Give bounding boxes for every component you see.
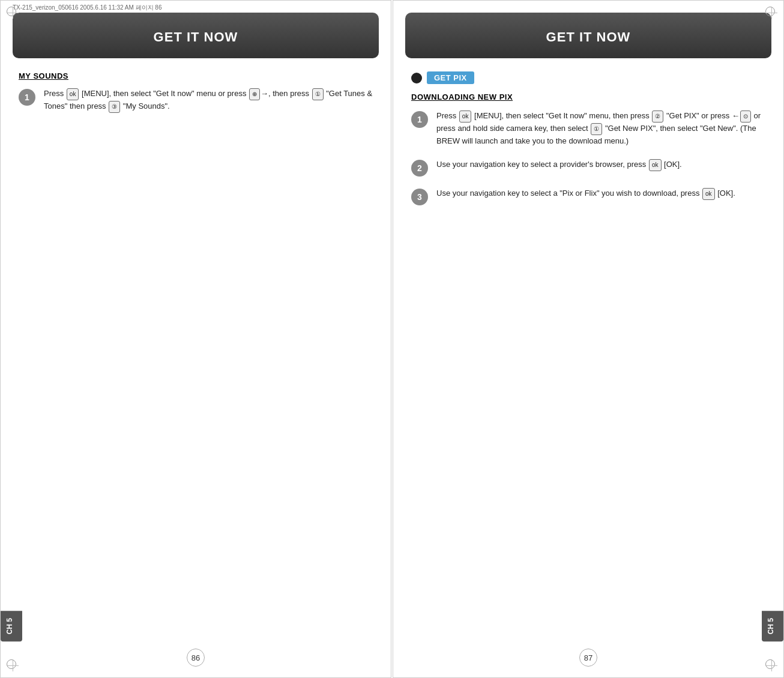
ok-key-2-icon: ok	[649, 159, 662, 171]
right-header-banner: GET IT NOW	[405, 13, 771, 58]
get-pix-dot	[411, 73, 422, 83]
step-badge-3-right: 3	[411, 189, 428, 205]
ok-key-3-icon: ok	[702, 188, 715, 200]
page: TX-215_verizon_050616 2005.6.16 11:32 AM…	[0, 0, 784, 678]
step-text-1-right: Press ok [MENU], then select "Get It now…	[436, 110, 765, 148]
left-page: TX-215_verizon_050616 2005.6.16 11:32 AM…	[0, 0, 391, 678]
page-number-right: 87	[579, 649, 597, 667]
getpix-key-icon: ②	[652, 110, 663, 123]
right-steps: 1 Press ok [MENU], then select "Get It n…	[405, 110, 771, 205]
step-text-2-right: Use your navigation key to select a prov…	[436, 159, 682, 171]
new-pix-key-icon: ①	[591, 123, 602, 135]
right-page: GET IT NOW GET PIX DOWNLOADING NEW PIX 1…	[393, 0, 784, 678]
page-number-left: 86	[187, 649, 205, 667]
step-2-right: 2 Use your navigation key to select a pr…	[405, 159, 771, 177]
step-3-right: 3 Use your navigation key to select a "P…	[405, 187, 771, 205]
step-text-1-left: Press ok [MENU], then select "Get It now…	[44, 88, 373, 113]
side-key-icon: ⊙	[740, 110, 751, 123]
sounds-key-icon: ③	[109, 101, 120, 113]
step-badge-1-right: 1	[411, 111, 428, 128]
get-pix-header: GET PIX	[411, 71, 765, 84]
left-steps: 1 Press ok [MENU], then select "Get It n…	[13, 88, 379, 113]
crosshair-top-right	[765, 7, 777, 19]
crosshair-bottom-right	[765, 659, 777, 671]
step-badge-2-right: 2	[411, 160, 428, 177]
get-pix-label: GET PIX	[427, 71, 474, 84]
left-header-banner: GET IT NOW	[13, 13, 379, 58]
tunes-key-icon: ①	[312, 88, 324, 100]
step-1-left: 1 Press ok [MENU], then select "Get It n…	[13, 88, 379, 113]
nav-key-icon: ⊕	[249, 88, 260, 100]
step-badge-1-left: 1	[19, 89, 35, 106]
menu-key-1-icon: ok	[459, 110, 472, 123]
step-1-right: 1 Press ok [MENU], then select "Get It n…	[405, 110, 771, 148]
download-title: DOWNLOADING NEW PIX	[411, 92, 765, 101]
crosshair-bottom-left	[7, 659, 19, 671]
chapter-tab-left: CH 5	[1, 611, 22, 641]
menu-key-icon: ok	[67, 88, 79, 100]
chapter-tab-right: CH 5	[762, 611, 783, 641]
file-info: TX-215_verizon_050616 2005.6.16 11:32 AM…	[13, 4, 162, 12]
step-text-3-right: Use your navigation key to select a "Pix…	[436, 187, 735, 200]
my-sounds-title: MY SOUNDS	[19, 71, 373, 80]
crosshair-top-left	[7, 7, 19, 19]
